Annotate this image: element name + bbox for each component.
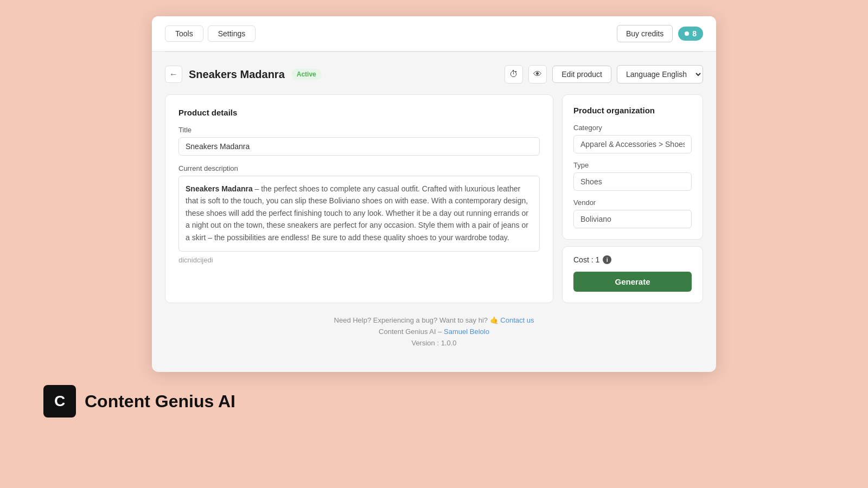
footer-help-text: Need Help? Experiencing a bug? Want to s…	[334, 316, 499, 324]
info-icon: i	[603, 255, 611, 264]
product-details-panel: Product details Title Current descriptio…	[165, 94, 553, 303]
vendor-label: Vendor	[573, 198, 692, 207]
language-select[interactable]: Language English	[617, 65, 703, 84]
header: Tools Settings Buy credits 8	[152, 16, 716, 52]
header-actions: Buy credits 8	[617, 25, 703, 42]
title-label: Title	[178, 126, 540, 134]
category-field-group: Category	[573, 124, 692, 153]
description-footer: dicnidcijedi	[178, 256, 540, 264]
vendor-input[interactable]	[573, 210, 692, 228]
product-organization-panel: Product organization Category Type Vendo…	[562, 94, 703, 240]
edit-product-button[interactable]: Edit product	[552, 66, 611, 83]
brand-app-name: Content Genius AI	[85, 391, 235, 412]
right-panel: Product organization Category Type Vendo…	[562, 94, 703, 303]
details-section-title: Product details	[178, 108, 540, 117]
author-link[interactable]: Samuel Belolo	[444, 328, 489, 336]
footer-help-line: Need Help? Experiencing a bug? Want to s…	[174, 316, 694, 324]
credits-dot-icon	[685, 31, 689, 36]
buy-credits-button[interactable]: Buy credits	[617, 25, 673, 42]
description-label: Current description	[178, 164, 540, 172]
brand-logo: C	[43, 385, 76, 418]
description-bold-text: Sneakers Madanra	[186, 184, 253, 193]
eye-button[interactable]: 👁	[528, 65, 547, 84]
history-button[interactable]: ⏱	[505, 65, 523, 84]
product-actions: ⏱ 👁 Edit product Language English	[505, 65, 703, 84]
product-title-area: ← Sneakers Madanra Active	[165, 66, 322, 83]
cost-row: Cost : 1 i	[573, 255, 692, 264]
contact-us-link[interactable]: Contact us	[500, 316, 534, 324]
generate-button[interactable]: Generate	[573, 272, 692, 292]
type-input[interactable]	[573, 172, 692, 191]
cost-panel: Cost : 1 i Generate	[562, 246, 703, 303]
category-input[interactable]	[573, 135, 692, 153]
cost-label: Cost : 1	[573, 255, 599, 264]
panels-container: Product details Title Current descriptio…	[165, 94, 703, 303]
brand-logo-letter: C	[54, 393, 65, 410]
type-label: Type	[573, 161, 692, 169]
product-title: Sneakers Madanra	[189, 68, 285, 81]
branding-area: C Content Genius AI	[11, 385, 235, 418]
status-badge: Active	[291, 69, 322, 80]
tools-button[interactable]: Tools	[165, 25, 203, 42]
credits-count: 8	[692, 29, 697, 38]
eye-icon: 👁	[533, 69, 542, 79]
footer-credit-text: Content Genius AI –	[379, 328, 442, 336]
app-footer: Need Help? Experiencing a bug? Want to s…	[165, 303, 703, 359]
category-label: Category	[573, 124, 692, 132]
back-button[interactable]: ←	[165, 66, 182, 83]
footer-version-line: Version : 1.0.0	[174, 339, 694, 347]
header-nav: Tools Settings	[165, 25, 256, 42]
settings-button[interactable]: Settings	[208, 25, 256, 42]
footer-credit-line: Content Genius AI – Samuel Belolo	[174, 328, 694, 336]
type-field-group: Type	[573, 161, 692, 191]
description-area[interactable]: Sneakers Madanra – the perfect shoes to …	[178, 176, 540, 252]
product-header: ← Sneakers Madanra Active ⏱ 👁 Edit produ…	[165, 65, 703, 84]
main-content: ← Sneakers Madanra Active ⏱ 👁 Edit produ…	[152, 52, 716, 372]
footer-version-text: Version : 1.0.0	[411, 339, 456, 347]
app-window: Tools Settings Buy credits 8 ← Sneakers …	[152, 16, 716, 372]
history-icon: ⏱	[509, 69, 518, 79]
title-input[interactable]	[178, 137, 540, 156]
vendor-field-group: Vendor	[573, 198, 692, 228]
org-section-title: Product organization	[573, 106, 692, 115]
credits-badge: 8	[678, 27, 703, 41]
